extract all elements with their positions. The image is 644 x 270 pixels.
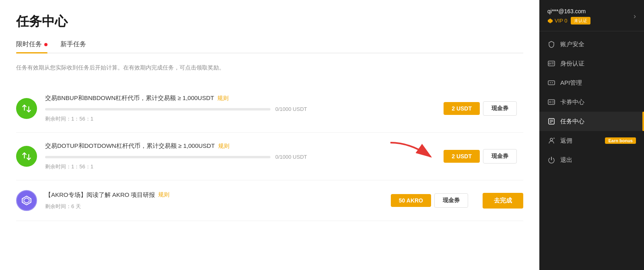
progress-text-2: 0/1000 USDT xyxy=(275,154,307,160)
active-indicator xyxy=(642,112,644,131)
user-badges: VIP 0 未认证 xyxy=(547,17,590,25)
reward-coupon-btn-3[interactable]: 现金券 xyxy=(434,193,468,208)
nav-item-label-referral: 返佣 xyxy=(560,137,600,145)
id-card-icon xyxy=(547,59,555,68)
nav-item-referral[interactable]: 返佣 Earn bonus xyxy=(539,131,644,150)
progress-bar-bg-2 xyxy=(45,156,270,158)
time-left-2: 剩余时间：1：56：1 xyxy=(45,163,436,170)
progress-text-1: 0/1000 USDT xyxy=(275,106,307,112)
earn-bonus-badge: Earn bonus xyxy=(605,137,636,144)
tab-newbie[interactable]: 新手任务 xyxy=(60,40,86,53)
coupon-icon xyxy=(547,98,555,106)
svg-marker-0 xyxy=(22,196,31,205)
task-rule-link-1[interactable]: 规则 xyxy=(217,95,229,102)
task-rule-link-3[interactable]: 规则 xyxy=(158,191,169,198)
task-body-3: 【AKRO专场】阅读了解 AKRO 项目研报 规则 剩余时间：6 天 xyxy=(45,191,383,210)
reward-usdt-btn-1[interactable]: 2 USDT xyxy=(444,102,480,115)
page-title: 任务中心 xyxy=(16,13,523,31)
power-icon xyxy=(547,156,555,164)
nav-item-label-api: API管理 xyxy=(560,79,636,87)
task-item-3: 【AKRO专场】阅读了解 AKRO 项目研报 规则 剩余时间：6 天 50 AK… xyxy=(16,180,523,221)
chevron-right-icon: › xyxy=(634,12,636,20)
task-item: 交易BNBUP和BNBDOWN杠杆代币，累计交易额 ≥ 1,000USDT 规则… xyxy=(16,85,523,133)
nav-item-label-coupon: 卡券中心 xyxy=(560,98,636,106)
nav-item-api[interactable]: API管理 xyxy=(539,73,644,92)
nav-item-label-identity: 身份认证 xyxy=(560,60,636,68)
reward-usdt-btn-2[interactable]: 2 USDT xyxy=(444,150,480,163)
reward-akro-btn[interactable]: 50 AKRO xyxy=(391,194,431,207)
user-info: qi***@163.com VIP 0 未认证 xyxy=(547,8,590,25)
user-email: qi***@163.com xyxy=(547,8,590,14)
time-left-1: 剩余时间：1：56：1 xyxy=(45,115,436,123)
time-left-3: 剩余时间：6 天 xyxy=(45,203,383,210)
nav-item-identity[interactable]: 身份认证 xyxy=(539,54,644,73)
vip-badge: VIP 0 xyxy=(547,18,568,24)
nav-item-coupon[interactable]: 卡券中心 xyxy=(539,92,644,112)
task-icon-3 xyxy=(16,190,37,211)
akro-icon xyxy=(21,195,32,206)
reward-coupon-btn-1[interactable]: 现金券 xyxy=(483,101,517,116)
main-content: 任务中心 限时任务 新手任务 任务有效期从您实际收到任务后开始计算。在有效期内完… xyxy=(0,0,539,270)
task-rule-link-2[interactable]: 规则 xyxy=(218,143,229,150)
nav-item-logout[interactable]: 退出 xyxy=(539,150,644,170)
tab-newbie-label: 新手任务 xyxy=(60,40,86,49)
task-list: 交易BNBUP和BNBDOWN杠杆代币，累计交易额 ≥ 1,000USDT 规则… xyxy=(16,85,523,221)
svg-point-19 xyxy=(550,138,553,141)
progress-wrap-2: 0/1000 USDT xyxy=(45,154,436,160)
task-icon-1 xyxy=(16,98,37,119)
task-item-2: 交易DOTUP和DOTDOWN杠杆代币，累计交易额 ≥ 1,000USDT 规则… xyxy=(16,133,523,180)
tab-dot xyxy=(44,43,47,46)
go-complete-btn[interactable]: 去完成 xyxy=(483,193,523,209)
diamond-icon xyxy=(547,18,553,24)
nav-item-label-security: 账户安全 xyxy=(560,41,636,48)
task-rewards-2: 2 USDT 现金券 xyxy=(444,149,517,164)
tab-limited-label: 限时任务 xyxy=(16,40,42,49)
reward-coupon-btn-2[interactable]: 现金券 xyxy=(483,149,517,164)
nav-items: 账户安全 身份认证 API管理 xyxy=(539,31,644,270)
nav-item-task-center[interactable]: 任务中心 xyxy=(539,112,644,131)
svg-marker-3 xyxy=(548,18,553,23)
task-rewards-1: 2 USDT 现金券 xyxy=(444,101,517,116)
shield-icon xyxy=(547,40,555,48)
progress-bar-bg-1 xyxy=(45,108,270,110)
tabs-container: 限时任务 新手任务 xyxy=(16,40,523,53)
user-header[interactable]: qi***@163.com VIP 0 未认证 › xyxy=(539,0,644,31)
nav-item-label-task: 任务中心 xyxy=(560,118,636,125)
task-icon-nav xyxy=(547,117,555,125)
task-title-3: 【AKRO专场】阅读了解 AKRO 项目研报 规则 xyxy=(45,191,383,199)
nav-item-label-logout: 退出 xyxy=(560,156,636,164)
task-icon-2 xyxy=(16,146,37,167)
svg-rect-11 xyxy=(548,100,555,104)
api-icon xyxy=(547,79,555,87)
task-body-2: 交易DOTUP和DOTDOWN杠杆代币，累计交易额 ≥ 1,000USDT 规则… xyxy=(45,142,436,170)
task-title-2: 交易DOTUP和DOTDOWN杠杆代币，累计交易额 ≥ 1,000USDT 规则 xyxy=(45,142,436,150)
tab-limited[interactable]: 限时任务 xyxy=(16,40,47,53)
task-rewards-3: 50 AKRO 现金券 xyxy=(391,193,468,208)
task-body-1: 交易BNBUP和BNBDOWN杠杆代币，累计交易额 ≥ 1,000USDT 规则… xyxy=(45,94,436,123)
sidebar: qi***@163.com VIP 0 未认证 › 账户安全 xyxy=(539,0,644,270)
svg-marker-1 xyxy=(24,198,29,203)
exchange-icon-2 xyxy=(21,151,32,162)
svg-point-5 xyxy=(549,63,551,64)
nav-item-account-security[interactable]: 账户安全 xyxy=(539,35,644,54)
svg-rect-8 xyxy=(548,81,555,85)
progress-wrap-1: 0/1000 USDT xyxy=(45,106,436,112)
exchange-icon xyxy=(21,103,32,114)
unverified-badge: 未认证 xyxy=(571,17,590,25)
svg-point-12 xyxy=(549,101,551,103)
task-title-1: 交易BNBUP和BNBDOWN杠杆代币，累计交易额 ≥ 1,000USDT 规则 xyxy=(45,94,436,102)
description-text: 任务有效期从您实际收到任务后开始计算。在有效期内完成任务，可点击领取奖励。 xyxy=(16,63,523,72)
referral-icon xyxy=(547,137,555,145)
